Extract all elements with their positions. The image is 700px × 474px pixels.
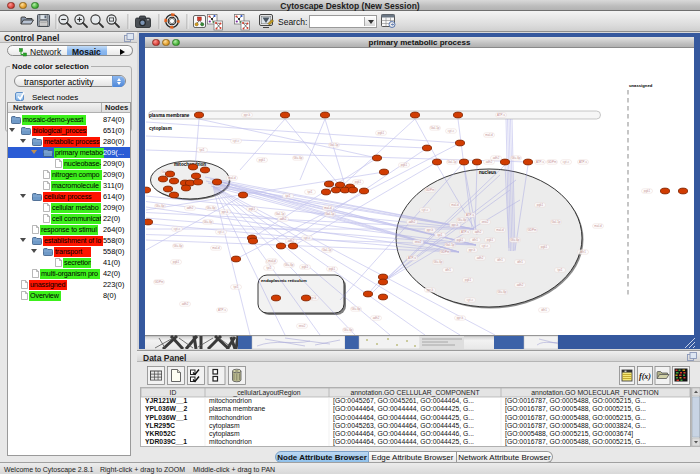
svg-text:tpi1: tpi1 <box>234 285 239 289</box>
svg-text:f(x): f(x) <box>639 372 651 381</box>
svg-text:Gal-1p: Gal-1p <box>447 160 456 164</box>
svg-text:Glu-6p: Glu-6p <box>293 156 302 160</box>
svg-text:idh1: idh1 <box>580 250 586 254</box>
svg-text:Glu-6p: Glu-6p <box>457 218 466 222</box>
svg-text:[GO:0044464, GO:0044444, GO:00: [GO:0044464, GO:0044444, GO:0044446, G..… <box>333 430 474 438</box>
svg-text:YPL036W__1: YPL036W__1 <box>145 414 188 421</box>
svg-text:pgk1: pgk1 <box>487 238 494 242</box>
svg-text:Glu-6p: Glu-6p <box>351 307 360 311</box>
svg-text:YKR052C: YKR052C <box>145 430 176 437</box>
svg-text:pgk1: pgk1 <box>249 207 256 211</box>
svg-text:plasma membrane: plasma membrane <box>209 405 266 413</box>
svg-text:[GO:0045263, GO:0044464, GO:00: [GO:0045263, GO:0044464, GO:0044445, G..… <box>333 422 474 430</box>
svg-text:adh2: adh2 <box>517 283 524 287</box>
svg-text:cytoplasm: cytoplasm <box>149 126 172 131</box>
svg-text:eno2: eno2 <box>415 240 422 244</box>
svg-text:Glu-6p: Glu-6p <box>206 206 215 210</box>
svg-text:pgk1: pgk1 <box>259 158 266 162</box>
svg-text:mal-d: mal-d <box>594 224 602 228</box>
svg-text:pgk1: pgk1 <box>457 238 464 242</box>
svg-text:[GO:0044464, GO:0044444, GO:00: [GO:0044464, GO:0044444, GO:0044425, G..… <box>333 405 474 413</box>
svg-text:annotation.GO MOLECULAR_FUNCTI: annotation.GO MOLECULAR_FUNCTION <box>531 389 658 397</box>
svg-text:mal-d: mal-d <box>485 133 493 137</box>
svg-text:adh2: adh2 <box>409 220 416 224</box>
svg-text:Gal-1p: Gal-1p <box>322 248 331 252</box>
svg-text:[GO:0016787, GO:0005488, GO:00: [GO:0016787, GO:0005488, GO:0005215, G..… <box>505 397 646 405</box>
svg-text:unassigned: unassigned <box>629 83 653 88</box>
svg-text:adh2: adh2 <box>486 160 493 164</box>
svg-text:ATP-s: ATP-s <box>579 160 588 164</box>
svg-text:[GO:0016787, GO:0005488, GO:00: [GO:0016787, GO:0005488, GO:0005215, G..… <box>505 405 646 413</box>
svg-text:pgk1: pgk1 <box>302 265 309 269</box>
svg-text:pgk1: pgk1 <box>355 180 362 184</box>
svg-text:YLR295C: YLR295C <box>145 422 175 429</box>
svg-text:adh2: adh2 <box>475 230 482 234</box>
svg-text:idh1: idh1 <box>497 258 503 262</box>
svg-text:adh2: adh2 <box>182 302 189 306</box>
svg-text:idh1: idh1 <box>541 308 547 312</box>
svg-text:pgk1: pgk1 <box>644 189 651 193</box>
svg-text:pyr-k: pyr-k <box>427 288 434 292</box>
svg-text:adh2: adh2 <box>187 206 194 210</box>
svg-text:tpi1: tpi1 <box>286 194 291 198</box>
svg-text:pyr-k: pyr-k <box>469 248 476 252</box>
svg-text:ATP-s: ATP-s <box>408 256 417 260</box>
svg-text:[GO:0016787, GO:0005488, GO:00: [GO:0016787, GO:0005488, GO:0005215, G..… <box>505 414 646 422</box>
svg-text:pgk1: pgk1 <box>378 131 385 135</box>
svg-text:cyt-c: cyt-c <box>304 236 311 240</box>
svg-text:pgk1: pgk1 <box>541 245 548 249</box>
svg-text:Glu-6p: Glu-6p <box>511 156 520 160</box>
svg-text:pgk1: pgk1 <box>329 267 336 271</box>
svg-text:Glu-6p: Glu-6p <box>284 263 293 267</box>
svg-text:eno2: eno2 <box>482 220 489 224</box>
svg-text:YJR121W__1: YJR121W__1 <box>145 397 188 404</box>
svg-text:Gal-1p: Gal-1p <box>329 143 338 147</box>
svg-text:Gal-1p: Gal-1p <box>430 126 439 130</box>
svg-text:mitochondrion: mitochondrion <box>209 397 252 404</box>
svg-text:eno2: eno2 <box>299 324 306 328</box>
svg-text:mal-d: mal-d <box>268 259 276 263</box>
svg-text:plasma membrane: plasma membrane <box>149 113 190 118</box>
svg-text:annotation.GO CELLULAR_COMPONE: annotation.GO CELLULAR_COMPONENT <box>350 389 479 397</box>
svg-text:cyt-c: cyt-c <box>218 230 225 234</box>
svg-text:Glu-6p: Glu-6p <box>203 220 212 224</box>
svg-text:pgk1: pgk1 <box>465 278 472 282</box>
svg-text:cytoplasm: cytoplasm <box>209 422 240 430</box>
svg-text:pyr-k: pyr-k <box>222 210 229 214</box>
svg-text:[GO:0016787, GO:0005488, GO:00: [GO:0016787, GO:0005488, GO:0003824, G..… <box>505 422 646 430</box>
svg-text:mal-d: mal-d <box>451 203 459 207</box>
svg-text:tpi1: tpi1 <box>438 233 443 237</box>
svg-text:GDPm: GDPm <box>426 188 436 192</box>
svg-text:endoplasmic reticulum: endoplasmic reticulum <box>261 278 307 283</box>
svg-text:pgk1: pgk1 <box>173 260 180 264</box>
svg-text:GDPm: GDPm <box>155 280 165 284</box>
svg-text:mal-d: mal-d <box>324 206 332 210</box>
svg-text:mal-d: mal-d <box>228 176 236 180</box>
svg-text:YDR039C__1: YDR039C__1 <box>145 438 187 445</box>
svg-text:adh2: adh2 <box>373 316 380 320</box>
svg-text:_cellularLayoutRegion: _cellularLayoutRegion <box>232 389 300 397</box>
svg-text:ATP-s: ATP-s <box>461 230 470 234</box>
svg-text:tpi1: tpi1 <box>267 266 272 270</box>
svg-text:cyt-c: cyt-c <box>233 139 240 143</box>
svg-text:YPL036W__2: YPL036W__2 <box>145 405 188 412</box>
svg-text:[GO:0044464, GO:0044444, GO:00: [GO:0044464, GO:0044444, GO:0044425, G..… <box>333 414 474 422</box>
svg-text:cyt-c: cyt-c <box>174 227 181 231</box>
svg-text:Gal-1p: Gal-1p <box>325 212 334 216</box>
svg-text:adh2: adh2 <box>493 156 500 160</box>
svg-text:nucleus: nucleus <box>479 170 497 175</box>
svg-text:Glu-6p: Glu-6p <box>433 260 442 264</box>
svg-text:idh1: idh1 <box>445 268 451 272</box>
svg-text:tpi1: tpi1 <box>200 148 205 152</box>
svg-text:ATP-s: ATP-s <box>497 113 506 117</box>
svg-text:idh1: idh1 <box>472 238 478 242</box>
svg-text:mitochondrion: mitochondrion <box>209 438 252 445</box>
svg-text:Glu-6p: Glu-6p <box>497 290 506 294</box>
svg-text:pgk1: pgk1 <box>401 163 408 167</box>
svg-text:idh1: idh1 <box>517 260 523 264</box>
svg-text:pyr-k: pyr-k <box>427 228 434 232</box>
svg-text:pgk1: pgk1 <box>537 203 544 207</box>
svg-text:pyr-k: pyr-k <box>457 316 464 320</box>
svg-text:cyt-c: cyt-c <box>467 298 474 302</box>
svg-text:cyt-c: cyt-c <box>422 208 429 212</box>
